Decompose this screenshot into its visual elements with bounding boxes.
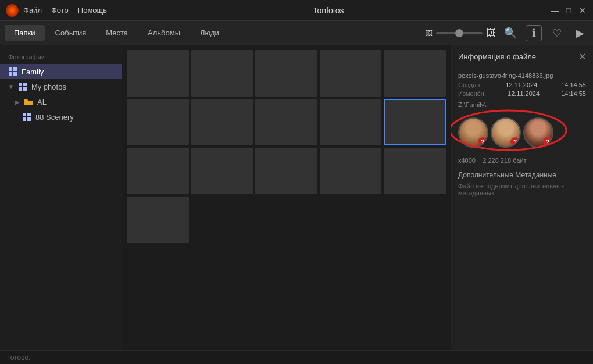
menu-file[interactable]: Файл [23, 6, 42, 15]
info-meta: Создан: 12.11.2024 14:14:55 Изменён: 12.… [451, 81, 593, 97]
sidebar-section-photos: Фотографии [0, 51, 122, 64]
created-label: Создан: [458, 81, 481, 88]
photo-cell[interactable] [320, 99, 382, 145]
info-icon[interactable]: ℹ [526, 25, 542, 41]
svg-rect-5 [23, 83, 27, 86]
slideshow-icon[interactable]: ▶ [572, 25, 588, 41]
tab-albums[interactable]: Альбомы [138, 25, 190, 41]
photo-cell[interactable] [191, 99, 253, 145]
photo-cell[interactable] [127, 197, 189, 243]
zoom-slider[interactable] [436, 32, 483, 34]
modified-time: 14:14:55 [561, 90, 586, 97]
svg-rect-9 [27, 113, 31, 116]
photo-cell[interactable] [255, 148, 317, 194]
photo-cell[interactable] [320, 148, 382, 194]
photo-cell[interactable] [127, 50, 189, 97]
svg-rect-1 [13, 67, 17, 71]
svg-rect-4 [19, 83, 22, 86]
photo-cell[interactable] [255, 50, 317, 97]
search-icon[interactable]: 🔍 [502, 25, 519, 41]
zoom-control: 🖼 🖼 [426, 28, 495, 38]
sidebar-label-scenery: 88 Scenery [35, 113, 74, 122]
photo-cell[interactable] [255, 99, 317, 145]
menu-bar: Файл Фото Помощь [23, 6, 107, 15]
svg-rect-11 [27, 117, 31, 121]
sidebar-item-my-photos[interactable]: ▼ My photos [0, 79, 122, 94]
face-unknown-badge-1: ? [478, 137, 487, 147]
statusbar: Готово. [0, 350, 593, 364]
info-created-row: Создан: 12.11.2024 14:14:55 [458, 81, 586, 88]
tab-places[interactable]: Места [97, 25, 137, 41]
photo-cell[interactable] [384, 50, 446, 97]
face-unknown-badge-2: ? [510, 137, 520, 147]
svg-rect-10 [23, 117, 26, 121]
status-text: Готово. [7, 354, 30, 362]
photo-cell[interactable] [127, 148, 189, 194]
sidebar-label-family: Family [22, 67, 44, 76]
window-controls: — □ ✕ [550, 6, 587, 15]
nav-right: 🖼 🖼 🔍 ℹ ♡ ▶ [426, 25, 588, 41]
app-title: Tonfotos [112, 6, 545, 15]
svg-rect-7 [23, 87, 27, 91]
nav-bar: Папки События Места Альбомы Люди 🖼 🖼 🔍 ℹ… [0, 21, 593, 45]
photo-cell[interactable] [320, 50, 382, 97]
close-button[interactable]: ✕ [578, 6, 587, 15]
minimize-button[interactable]: — [550, 6, 559, 15]
sidebar-item-scenery[interactable]: 88 Scenery [0, 109, 122, 124]
sidebar: Фотографии Family ▼ My photos ▶ AL [0, 45, 122, 350]
info-path: Z:\Family\ [451, 99, 593, 110]
sidebar-item-family[interactable]: Family [0, 64, 122, 79]
photo-cell[interactable] [191, 148, 253, 194]
chevron-down-icon: ▼ [8, 84, 14, 90]
photo-cell[interactable] [191, 50, 253, 97]
grid-icon-scenery [22, 112, 31, 122]
svg-rect-2 [9, 72, 12, 76]
menu-help[interactable]: Помощь [78, 6, 107, 15]
svg-rect-0 [9, 67, 12, 71]
additional-metadata-text: Файл не содержит дополнительных метаданн… [458, 183, 586, 197]
zoom-small-icon: 🖼 [426, 29, 433, 37]
info-filename: pexels-gustavo-fring-4148836.jpg [451, 67, 593, 81]
face-thumbnail-2[interactable]: ? [491, 117, 521, 148]
zoom-large-icon: 🖼 [486, 28, 495, 38]
svg-rect-6 [19, 87, 22, 91]
face-unknown-badge-3: ? [543, 137, 552, 147]
modified-label: Изменён: [458, 90, 486, 97]
info-panel-title: Информация о файле [458, 52, 536, 61]
photo-cell[interactable] [384, 148, 446, 194]
tab-folders[interactable]: Папки [5, 25, 45, 41]
app-logo [6, 4, 19, 17]
maximize-button[interactable]: □ [564, 6, 573, 15]
grid-icon-myphotos [18, 82, 27, 91]
face-thumbnail-1[interactable]: ? [458, 117, 488, 148]
sidebar-label-al: AL [37, 98, 47, 106]
photo-cell[interactable] [127, 99, 189, 145]
titlebar: Файл Фото Помощь Tonfotos — □ ✕ [0, 0, 593, 21]
modified-date: 12.11.2024 [508, 90, 540, 97]
menu-photo[interactable]: Фото [51, 6, 69, 15]
svg-rect-3 [13, 72, 17, 76]
created-time: 14:14:55 [561, 81, 586, 88]
faces-area: ? ? ? [451, 113, 593, 152]
info-header: Информация о файле ✕ [451, 45, 593, 67]
info-panel: Информация о файле ✕ pexels-gustavo-frin… [451, 45, 593, 350]
main-layout: Фотографии Family ▼ My photos ▶ AL [0, 45, 593, 350]
photo-cell-selected[interactable] [384, 99, 446, 145]
svg-rect-8 [23, 113, 26, 116]
photo-area[interactable] [122, 45, 451, 350]
grid-icon-family [8, 67, 17, 76]
nav-tabs: Папки События Места Альбомы Люди [5, 25, 228, 41]
close-info-panel-button[interactable]: ✕ [578, 51, 586, 62]
sidebar-item-al[interactable]: ▶ AL [0, 94, 122, 109]
info-modified-row: Изменён: 12.11.2024 14:14:55 [458, 90, 586, 97]
additional-metadata-title: Дополнительные Метаданные [458, 171, 586, 179]
tab-people[interactable]: Люди [191, 25, 228, 41]
favorites-icon[interactable]: ♡ [549, 25, 565, 41]
info-additional: Дополнительные Метаданные Файл не содерж… [451, 166, 593, 201]
created-date: 12.11.2024 [505, 81, 537, 88]
info-dimensions: x4000 2 228 218 байт [451, 155, 593, 166]
sidebar-label-my-photos: My photos [31, 83, 66, 91]
chevron-right-icon: ▶ [15, 99, 20, 105]
tab-events[interactable]: События [46, 25, 96, 41]
face-thumbnail-3[interactable]: ? [523, 117, 553, 148]
